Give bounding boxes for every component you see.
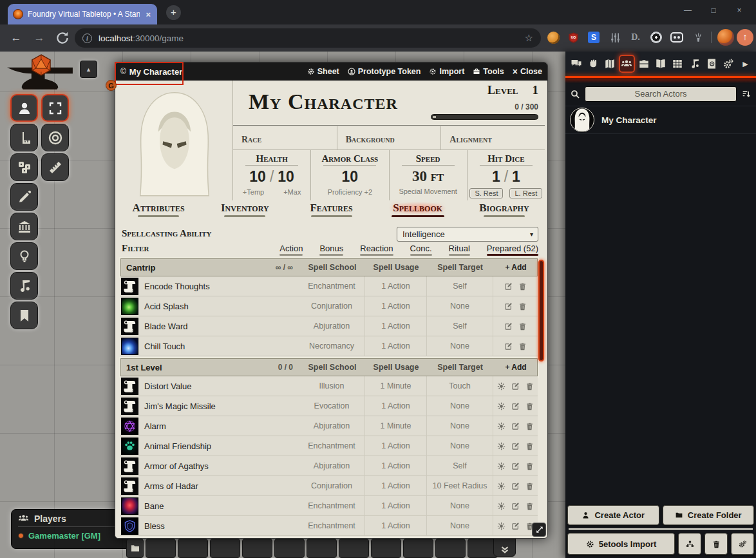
- browser-tab[interactable]: Foundry Virtual Tabletop • A Stan ×: [8, 4, 157, 24]
- spell-row[interactable]: Acid SplashConjuration1 ActionNone: [120, 296, 538, 316]
- sidebar-tab-settings[interactable]: [721, 55, 737, 73]
- edit-icon[interactable]: [511, 462, 520, 470]
- delete-icon[interactable]: [525, 442, 534, 450]
- edit-icon[interactable]: [504, 302, 513, 311]
- hit-dice-value[interactable]: 1/1: [468, 168, 545, 186]
- spell-row[interactable]: Animal FriendshipEnchantment1 ActionNone: [120, 436, 538, 456]
- filter-bonus[interactable]: Bonus: [319, 244, 343, 256]
- notes-tool-button[interactable]: [10, 302, 38, 329]
- filter-prepared-52-[interactable]: Prepared (52): [487, 244, 538, 256]
- edit-icon[interactable]: [504, 342, 513, 351]
- edit-icon[interactable]: [504, 322, 513, 331]
- macro-slot[interactable]: [210, 539, 240, 558]
- spell-name[interactable]: Acid Splash: [144, 302, 189, 311]
- sort-filter-ic on[interactable]: [741, 89, 751, 99]
- sidebar-tab-tables[interactable]: [670, 55, 686, 73]
- filter-conc-[interactable]: Conc.: [410, 244, 432, 256]
- ublock-extension-icon[interactable]: UO: [566, 30, 580, 44]
- level-display[interactable]: Level1: [487, 83, 538, 97]
- prepare-icon[interactable]: [497, 522, 506, 530]
- spell-row[interactable]: Encode ThoughtsEnchantment1 ActionSelf: [120, 276, 538, 296]
- delete-icon[interactable]: [525, 382, 534, 390]
- prepare-icon[interactable]: [497, 402, 506, 410]
- macro-slot[interactable]: [371, 539, 401, 558]
- collapse-controls-button[interactable]: ▲: [80, 61, 97, 78]
- sounds-tool-button[interactable]: [10, 272, 38, 300]
- health-sub-labels[interactable]: +Temp+Max: [233, 188, 310, 196]
- tab-spellbook[interactable]: Spellbook: [375, 202, 461, 224]
- site-info-icon[interactable]: i: [82, 34, 92, 43]
- lighting-tool-button[interactable]: [10, 242, 38, 270]
- spell-row[interactable]: Arms of HadarConjuration1 Action10 Feet …: [120, 476, 538, 496]
- profile-avatar[interactable]: [717, 29, 734, 46]
- level-value[interactable]: 1: [533, 83, 539, 97]
- macro-folder-button[interactable]: [126, 539, 144, 558]
- health-value[interactable]: 10/10: [233, 168, 310, 186]
- macro-slot[interactable]: [274, 539, 305, 558]
- maximize-icon[interactable]: □: [701, 0, 726, 22]
- delete-icon[interactable]: [525, 462, 534, 470]
- bookmark-star-icon[interactable]: ☆: [525, 32, 533, 44]
- s-extension-icon[interactable]: S: [587, 30, 601, 44]
- sheet-scrollbar-thumb[interactable]: [538, 260, 544, 361]
- reload-icon[interactable]: [54, 30, 71, 46]
- edit-icon[interactable]: [504, 282, 513, 291]
- goggles-extension-icon[interactable]: [670, 30, 684, 44]
- target-tool-button[interactable]: [41, 124, 69, 151]
- cookie-extension-icon[interactable]: [546, 30, 560, 44]
- special-movement-link[interactable]: Special Movement: [390, 188, 467, 195]
- spell-row[interactable]: BaneEnchantment1 ActionNone: [120, 496, 538, 516]
- draw-tool-button[interactable]: [10, 183, 38, 211]
- tiles-tool-button[interactable]: [10, 213, 38, 240]
- tools-button[interactable]: Tools: [473, 67, 504, 76]
- spell-row[interactable]: Chill TouchNecromancy1 ActionNone: [120, 336, 538, 356]
- background-field[interactable]: Background: [337, 126, 441, 149]
- sidebar-tab-compendium[interactable]: [703, 55, 719, 73]
- minimize-icon[interactable]: —: [675, 0, 701, 22]
- spell-name[interactable]: Chill Touch: [144, 342, 185, 351]
- spell-name[interactable]: Blade Ward: [144, 322, 187, 331]
- spell-name[interactable]: Distort Value: [144, 381, 191, 391]
- search-actors-input[interactable]: [585, 86, 737, 102]
- speed-value[interactable]: 30 ft: [390, 168, 467, 185]
- spell-name[interactable]: Arms of Hadar: [144, 481, 198, 491]
- spell-row[interactable]: BlessEnchantment1 ActionNone: [120, 516, 538, 536]
- macro-slot[interactable]: [146, 539, 176, 558]
- spell-name[interactable]: Bane: [144, 501, 164, 511]
- prepare-icon[interactable]: [497, 462, 506, 470]
- macro-slot[interactable]: [403, 539, 433, 558]
- dice-tool-button[interactable]: [10, 153, 38, 181]
- tab-biography[interactable]: Biography: [461, 202, 547, 224]
- macro-slot[interactable]: [242, 539, 272, 558]
- filter-reaction[interactable]: Reaction: [360, 244, 393, 256]
- back-icon[interactable]: ←: [8, 30, 24, 46]
- prototype-token-button[interactable]: Prototype Token: [348, 67, 421, 76]
- edit-icon[interactable]: [511, 482, 520, 490]
- macro-slot[interactable]: [435, 539, 466, 558]
- race-field[interactable]: Race: [233, 126, 337, 149]
- player-row[interactable]: Gamemaster [GM]: [18, 531, 130, 541]
- spell-name[interactable]: Jim's Magic Missile: [144, 401, 216, 411]
- sidebar-tab-journal[interactable]: [652, 55, 668, 73]
- 5etools-import-button[interactable]: 5etools Import: [567, 533, 675, 555]
- forward-icon[interactable]: →: [31, 30, 48, 46]
- macro-slot[interactable]: [178, 539, 208, 558]
- prepare-icon[interactable]: [497, 422, 506, 430]
- add-spell-button[interactable]: + Add: [493, 363, 538, 372]
- spell-row[interactable]: AlarmAbjuration1 MinuteNone: [120, 416, 538, 436]
- spell-row[interactable]: Distort ValueIllusion1 MinuteTouch: [120, 376, 538, 396]
- settings-button[interactable]: [731, 533, 754, 555]
- long-rest-button[interactable]: L. Rest: [509, 188, 542, 198]
- lens-extension-icon[interactable]: [649, 30, 663, 44]
- edit-icon[interactable]: [511, 442, 520, 450]
- prepare-icon[interactable]: [497, 502, 506, 510]
- sidebar-tab-playlists[interactable]: [686, 55, 703, 73]
- game-canvas[interactable]: ▲ Players ▾ Gamemaster [GM]: [0, 52, 756, 558]
- filter-ritual[interactable]: Ritual: [449, 244, 470, 256]
- macro-slot[interactable]: [339, 539, 369, 558]
- actor-name[interactable]: My Character: [601, 115, 657, 125]
- prepare-icon[interactable]: [497, 482, 506, 490]
- delete-icon[interactable]: [525, 482, 534, 490]
- measure-tool-button[interactable]: [41, 153, 69, 181]
- sheet-config-button[interactable]: Sheet: [307, 67, 339, 76]
